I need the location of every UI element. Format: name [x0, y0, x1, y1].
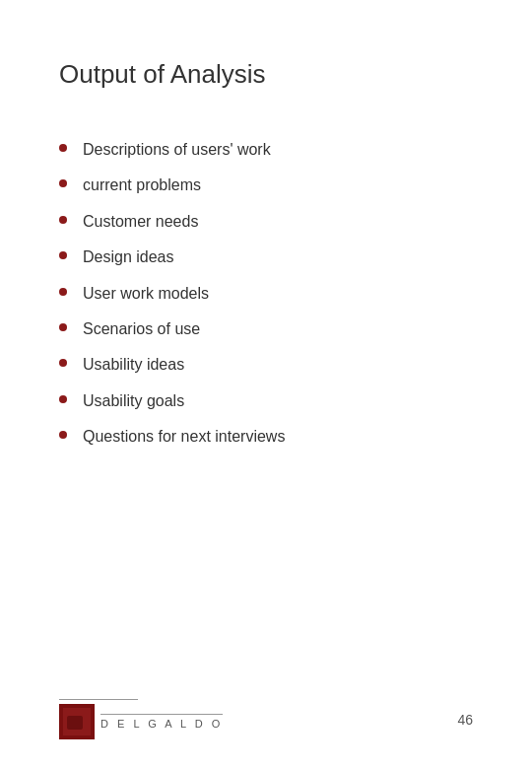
list-item: Scenarios of use	[59, 318, 473, 340]
list-item: Usability ideas	[59, 354, 473, 376]
list-item-text: Usability goals	[83, 390, 184, 412]
list-item-text: Descriptions of users' work	[83, 139, 271, 161]
list-item-text: Usability ideas	[83, 354, 184, 376]
slide-title: Output of Analysis	[59, 59, 473, 90]
logo-text: D E L G A L D O	[100, 714, 223, 730]
list-item-text: current problems	[83, 175, 201, 196]
logo-icon	[59, 704, 95, 739]
bullet-dot-icon	[59, 179, 67, 187]
bullet-dot-icon	[59, 216, 67, 224]
bullet-dot-icon	[59, 359, 67, 367]
list-item: Customer needs	[59, 211, 473, 233]
footer: D E L G A L D O 46	[59, 699, 473, 739]
list-item-text: Questions for next interviews	[83, 426, 285, 448]
bullet-dot-icon	[59, 323, 67, 331]
list-item-text: User work models	[83, 283, 209, 305]
logo-icon-inner	[63, 708, 91, 735]
slide: Output of Analysis Descriptions of users…	[0, 0, 532, 769]
list-item: Questions for next interviews	[59, 426, 473, 448]
list-item: Design ideas	[59, 246, 473, 268]
list-item: User work models	[59, 283, 473, 305]
logo-row: D E L G A L D O	[59, 704, 223, 739]
logo-separator	[59, 699, 138, 700]
page-number: 46	[457, 712, 473, 728]
bullet-dot-icon	[59, 251, 67, 259]
logo-area: D E L G A L D O	[59, 699, 223, 739]
list-item-text: Scenarios of use	[83, 318, 200, 340]
list-item: Usability goals	[59, 390, 473, 412]
list-item-text: Design ideas	[83, 246, 174, 268]
bullet-dot-icon	[59, 144, 67, 152]
list-item: current problems	[59, 175, 473, 196]
list-item: Descriptions of users' work	[59, 139, 473, 161]
bullet-dot-icon	[59, 395, 67, 403]
bullet-dot-icon	[59, 431, 67, 439]
bullet-list: Descriptions of users' workcurrent probl…	[59, 139, 473, 449]
bullet-dot-icon	[59, 288, 67, 296]
list-item-text: Customer needs	[83, 211, 198, 233]
